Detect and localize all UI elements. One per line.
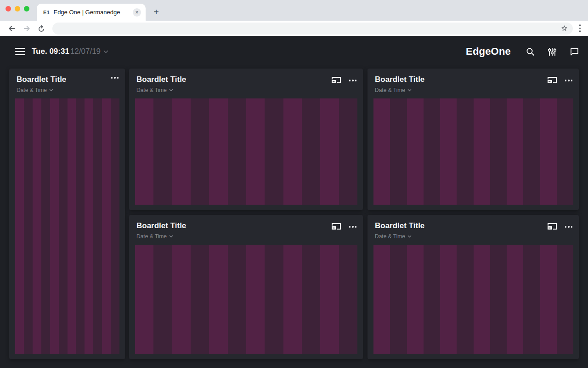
hamburger-menu-icon[interactable]	[15, 48, 25, 55]
ellipsis-menu-icon[interactable]	[349, 80, 357, 81]
pip-expand-icon[interactable]	[548, 77, 557, 84]
ellipsis-menu-icon[interactable]	[565, 226, 573, 228]
boardlet-placeholder-chart	[373, 245, 573, 354]
bookmark-star-icon[interactable]	[560, 24, 568, 32]
forward-icon[interactable]	[21, 23, 33, 34]
boardlet-title: Boardlet Title	[17, 75, 111, 84]
boardlet-card: Boardlet Title Date & Time	[129, 215, 363, 359]
chevron-down-icon	[169, 89, 173, 92]
pip-expand-icon[interactable]	[548, 223, 557, 230]
chevron-down-icon	[407, 235, 412, 238]
boardlet-datetime-dropdown[interactable]: Date & Time	[17, 87, 111, 93]
datetime-dropdown[interactable]: Tue. 09:31 12/07/19	[32, 47, 108, 56]
tab-title: Edge One | Germanedge	[53, 9, 133, 16]
zoom-icon[interactable]	[24, 6, 29, 12]
edgeone-app: Tue. 09:31 12/07/19 EdgeOne	[0, 36, 588, 368]
ellipsis-menu-icon[interactable]	[565, 80, 573, 81]
boardlet-title: Boardlet Title	[375, 221, 548, 230]
close-icon[interactable]	[6, 6, 11, 12]
browser-tab-strip: E1 Edge One | Germanedge × +	[0, 0, 588, 21]
ellipsis-menu-icon[interactable]	[111, 77, 119, 79]
pip-expand-icon[interactable]	[332, 77, 341, 84]
boardlet-card: Boardlet Title Date & Time	[129, 69, 363, 210]
chat-bubble-icon[interactable]	[570, 47, 579, 56]
tab-favicon: E1	[43, 10, 50, 15]
browser-toolbar	[0, 21, 588, 36]
url-input[interactable]	[57, 25, 560, 32]
boardlet-title: Boardlet Title	[375, 75, 548, 84]
tab-close-icon[interactable]: ×	[133, 8, 141, 17]
app-header: Tue. 09:31 12/07/19 EdgeOne	[0, 36, 588, 67]
boardlet-placeholder-chart	[15, 98, 119, 354]
chevron-down-icon	[49, 89, 53, 92]
boardlet-card: Boardlet Title Date & Time	[368, 69, 579, 210]
back-icon[interactable]	[6, 23, 18, 34]
chevron-down-icon	[169, 235, 173, 238]
search-icon[interactable]	[526, 47, 535, 56]
boardlet-placeholder-chart	[135, 98, 357, 205]
boardlet-placeholder-chart	[135, 245, 357, 354]
boardlet-datetime-dropdown[interactable]: Date & Time	[375, 233, 548, 240]
clock-date: 12/07/19	[70, 47, 101, 56]
url-bar[interactable]	[52, 23, 573, 34]
window-controls	[6, 6, 29, 12]
pip-expand-icon[interactable]	[332, 223, 341, 230]
boardlet-datetime-dropdown[interactable]: Date & Time	[136, 233, 332, 240]
refresh-icon[interactable]	[35, 23, 47, 34]
browser-tab[interactable]: E1 Edge One | Germanedge ×	[37, 4, 146, 21]
boardlet-placeholder-chart	[373, 98, 573, 205]
boardlet-datetime-dropdown[interactable]: Date & Time	[136, 87, 332, 93]
edgeone-logo: EdgeOne	[466, 46, 511, 58]
boardlet-title: Boardlet Title	[136, 75, 332, 84]
browser-overflow-menu-icon[interactable]	[579, 24, 581, 32]
chevron-down-icon	[103, 50, 108, 53]
filter-sliders-icon[interactable]	[548, 47, 557, 56]
minimize-icon[interactable]	[15, 6, 20, 12]
boardlet-card: Boardlet Title Date & Time	[368, 215, 579, 359]
boardlet-card: Boardlet Title Date & Time	[9, 69, 125, 359]
boardlet-title: Boardlet Title	[136, 221, 332, 230]
ellipsis-menu-icon[interactable]	[349, 226, 357, 228]
chevron-down-icon	[407, 89, 412, 92]
boardlet-datetime-dropdown[interactable]: Date & Time	[375, 87, 548, 93]
new-tab-button[interactable]: +	[151, 6, 162, 17]
clock-time: Tue. 09:31	[32, 47, 69, 56]
